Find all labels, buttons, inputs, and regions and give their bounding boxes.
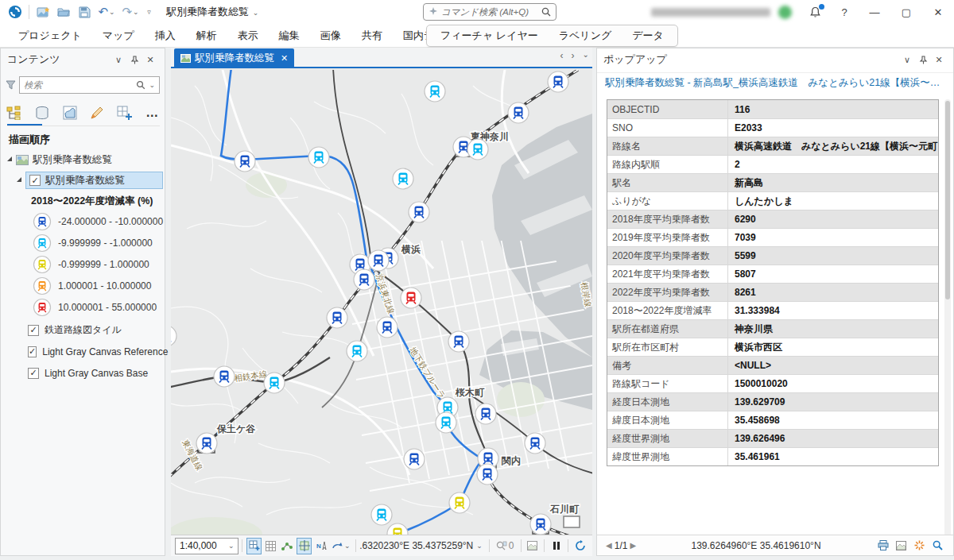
ribbon-tab-4[interactable]: 表示: [227, 24, 269, 48]
close-icon[interactable]: ✕: [931, 52, 947, 68]
contextual-tab-0[interactable]: フィーチャ レイヤー: [430, 25, 549, 46]
attribute-row[interactable]: 駅名新高島: [607, 173, 938, 191]
feature-title-link[interactable]: 駅別乗降者数総覧 - 新高島駅_横浜高速鉄道 みなとみらい21線【横浜〜元町・中…: [605, 76, 945, 90]
crosshair-icon[interactable]: [297, 538, 312, 554]
attribute-row[interactable]: 路線名横浜高速鉄道 みなとみらい21線【横浜〜元町・中華街】: [607, 137, 938, 155]
chevron-down-icon[interactable]: ⌄: [476, 542, 483, 550]
next-feature-icon[interactable]: ▶: [627, 541, 638, 550]
zoom-magnifier-icon[interactable]: [929, 537, 946, 554]
ribbon-tab-2[interactable]: 挿入: [145, 24, 186, 48]
tab-drawing-order[interactable]: [6, 103, 24, 122]
popup-feature-header[interactable]: 駅別乗降者数総覧 - 新高島駅_横浜高速鉄道 みなとみらい21線【横浜〜元町・中…: [597, 72, 953, 93]
project-name[interactable]: 駅別乗降者数総覧 ⌄: [166, 5, 258, 19]
station-marker-blue[interactable]: [404, 449, 425, 469]
scrollbar-thumb[interactable]: [945, 101, 950, 299]
tab-list-icon[interactable]: ⌄: [583, 50, 589, 61]
station-marker-blue[interactable]: [448, 331, 469, 352]
station-marker-cyan[interactable]: [371, 504, 392, 525]
attribute-row[interactable]: 駅所在都道府県神奈川県: [607, 319, 938, 338]
station-marker-cyan[interactable]: [264, 373, 285, 393]
station-marker-yellow[interactable]: [449, 492, 470, 513]
redo-button[interactable]: ↷⌄: [118, 2, 142, 21]
attribute-row[interactable]: 2019年度平均乗降者数7039: [607, 228, 938, 246]
attribute-row[interactable]: 路線駅コード1500010020: [607, 374, 938, 392]
ribbon-tab-5[interactable]: 編集: [269, 24, 310, 48]
chevron-down-icon[interactable]: ⌄: [109, 8, 115, 16]
snapping-icon[interactable]: [280, 538, 295, 554]
close-icon[interactable]: ✕: [281, 53, 288, 64]
notifications-bell-icon[interactable]: [803, 0, 827, 24]
station-marker-blue[interactable]: [475, 404, 496, 424]
tab-scroll-left-icon[interactable]: ‹: [560, 50, 564, 61]
refresh-icon[interactable]: [572, 538, 588, 554]
station-marker-blue[interactable]: [525, 433, 545, 454]
station-marker-red[interactable]: [401, 288, 421, 308]
attribute-row[interactable]: 2020年度平均乗降者数5599: [607, 246, 938, 265]
station-marker-blue[interactable]: [354, 269, 374, 290]
attribute-row[interactable]: 2018〜2022年度増減率31.333984: [607, 301, 938, 319]
ribbon-tab-0[interactable]: プロジェクト: [8, 24, 92, 48]
station-marker-blue[interactable]: [368, 250, 389, 271]
station-marker-cyan[interactable]: [347, 341, 367, 361]
legend-item-3[interactable]: 1.000001 - 10.000000: [1, 275, 165, 296]
station-marker-blue[interactable]: [409, 202, 429, 222]
legend-item-0[interactable]: -24.000000 - -10.000000: [1, 210, 165, 232]
layer-checkbox[interactable]: ✓: [28, 368, 39, 379]
north-arrow-icon[interactable]: N: [313, 538, 328, 554]
cursor-coordinates[interactable]: .6320230°E 35.4375259°N: [359, 540, 473, 551]
attribute-row[interactable]: 緯度世界測地35.461961: [607, 447, 938, 465]
open-project-icon[interactable]: [53, 2, 74, 21]
chevron-down-icon[interactable]: ∨: [899, 52, 915, 68]
pause-drawing-icon[interactable]: [549, 538, 564, 554]
station-marker-blue[interactable]: [196, 433, 217, 454]
chevron-down-icon[interactable]: ∨: [111, 52, 126, 68]
overview-map-icon[interactable]: [525, 538, 540, 554]
expander-icon[interactable]: [17, 177, 21, 182]
flash-feature-icon[interactable]: [911, 537, 928, 554]
map-view-tab[interactable]: 駅別乗降者数総覧 ✕: [174, 48, 294, 68]
station-marker-blue[interactable]: [548, 71, 568, 92]
map-canvas[interactable]: 相鉄本線東海道線京浜東北線地下鉄ブルーライン根岸線 東神奈川横浜桜木町関内石川町…: [171, 70, 592, 535]
attribute-row[interactable]: 2018年度平均乗降者数6290: [607, 210, 938, 228]
station-marker-blue[interactable]: [508, 102, 529, 123]
ribbon-tab-3[interactable]: 解析: [186, 24, 227, 48]
basemap-layer-item-1[interactable]: ✓Light Gray Canvas Reference: [1, 341, 165, 362]
station-marker-blue[interactable]: [377, 317, 398, 338]
search-icon[interactable]: [136, 80, 145, 90]
qat-customize-icon[interactable]: ▿: [142, 2, 155, 21]
new-project-icon[interactable]: [33, 2, 53, 21]
legend-item-1[interactable]: -9.999999 - -1.000000: [1, 232, 165, 253]
attribute-row[interactable]: ふりがなしんたかしま: [607, 191, 938, 210]
filter-icon[interactable]: [6, 80, 16, 90]
attribute-row[interactable]: 2022年度平均乗降者数8261: [607, 283, 938, 301]
pin-icon[interactable]: [126, 52, 142, 68]
contents-search-input[interactable]: 検索 ⌄: [19, 76, 160, 94]
tab-selection[interactable]: [60, 103, 79, 122]
attribute-row[interactable]: 経度世界測地139.626496: [607, 429, 938, 447]
chevron-down-icon[interactable]: ⌄: [149, 81, 155, 89]
chevron-down-icon[interactable]: ⌄: [133, 8, 139, 16]
prev-feature-icon[interactable]: ◀: [603, 541, 615, 550]
selection-count-icon[interactable]: 0: [494, 538, 517, 554]
attribute-row[interactable]: 経度日本測地139.629709: [607, 392, 938, 411]
save-project-icon[interactable]: [74, 2, 95, 21]
station-marker-blue[interactable]: [235, 151, 255, 172]
layout-grid-icon[interactable]: [246, 538, 262, 554]
popup-scrollbar[interactable]: [944, 99, 951, 544]
scale-combobox[interactable]: 1:40,000 ⌄: [175, 538, 238, 554]
command-search-input[interactable]: コマンド検索 (Alt+Q): [423, 3, 556, 21]
tab-snapping[interactable]: [116, 103, 134, 122]
layer-tree-item[interactable]: ✓ 駅別乗降者数総覧: [1, 171, 165, 190]
ribbon-tab-7[interactable]: 共有: [351, 24, 393, 48]
more-tabs-icon[interactable]: …: [143, 103, 161, 122]
attribute-row[interactable]: 2021年度平均乗降者数5807: [607, 265, 938, 283]
close-icon[interactable]: ✕: [142, 52, 158, 68]
attribute-row[interactable]: SNOE2033: [607, 118, 938, 137]
print-icon[interactable]: [874, 537, 891, 554]
undo-button[interactable]: ↶⌄: [95, 2, 118, 21]
tab-data-source[interactable]: [33, 103, 52, 122]
ribbon-tab-1[interactable]: マップ: [92, 24, 145, 48]
attribute-row[interactable]: 駅所在市区町村横浜市西区: [607, 338, 938, 356]
close-button[interactable]: ✕: [922, 0, 954, 24]
tab-editing[interactable]: [88, 103, 107, 122]
